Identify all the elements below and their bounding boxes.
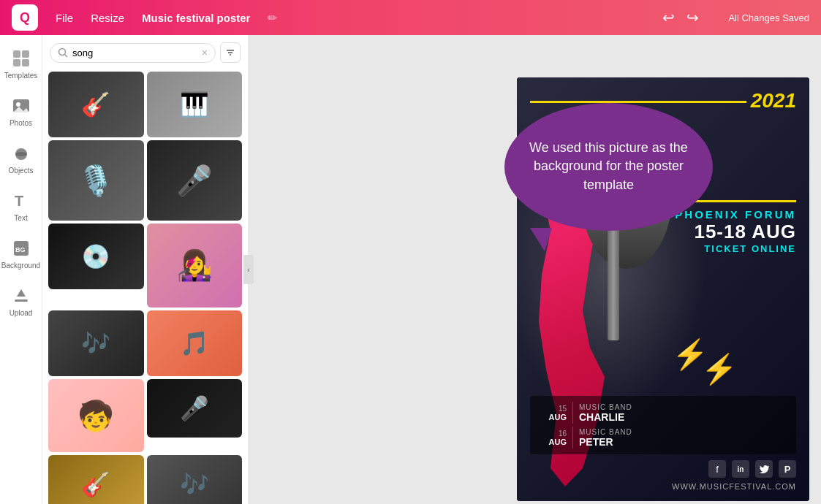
svg-rect-1 — [22, 50, 29, 58]
sidebar-item-templates[interactable]: Templates — [2, 41, 40, 85]
svg-text:BG: BG — [15, 246, 26, 253]
sidebar-item-objects[interactable]: Objects — [2, 136, 40, 180]
photo-item[interactable] — [48, 72, 144, 137]
facebook-icon[interactable]: f — [708, 460, 726, 478]
sidebar-item-text[interactable]: T Text — [2, 183, 40, 228]
twitter-icon[interactable] — [755, 460, 773, 478]
svg-point-14 — [59, 49, 66, 56]
photo-item[interactable] — [48, 140, 144, 221]
lineup-divider — [572, 427, 573, 448]
svg-text:T: T — [15, 193, 23, 209]
lineup-date-box: 15 AUG — [537, 405, 567, 421]
photo-grid: 🎶 — [42, 69, 248, 504]
photo-item[interactable] — [48, 310, 144, 376]
photos-label: Photos — [10, 119, 32, 127]
background-icon: BG — [10, 237, 33, 260]
svg-line-15 — [65, 55, 68, 58]
sidebar-item-background[interactable]: BG Background — [2, 231, 40, 275]
nav-file[interactable]: File — [56, 12, 73, 24]
objects-label: Objects — [9, 167, 34, 175]
text-label: Text — [14, 214, 27, 222]
lineup-type: MUSIC BAND — [579, 428, 632, 436]
poster-lightning: ⚡ ⚡ — [530, 337, 796, 396]
edit-title-icon[interactable]: ✏ — [268, 11, 277, 25]
nav-resize[interactable]: Resize — [91, 12, 124, 24]
upload-icon — [10, 284, 33, 308]
panel-collapse-handle[interactable]: ‹ — [243, 35, 254, 504]
background-label: Background — [1, 261, 40, 270]
lineup-day: 15 — [537, 405, 567, 413]
svg-rect-2 — [13, 59, 20, 66]
lineup-month: AUG — [537, 438, 567, 446]
collapse-btn[interactable]: ‹ — [243, 255, 254, 284]
poster-ticket: TICKET ONLINE — [530, 243, 796, 254]
doc-title[interactable]: Music festival poster — [142, 12, 250, 24]
undo-redo-group: ↩ ↪ — [662, 9, 699, 26]
clear-search-icon[interactable]: × — [202, 47, 208, 58]
objects-icon — [10, 142, 33, 165]
pinterest-icon[interactable]: P — [779, 460, 796, 478]
photo-item[interactable] — [147, 379, 243, 438]
speech-bubble: We used this picture as the background f… — [497, 97, 720, 236]
svg-marker-13 — [17, 289, 26, 297]
poster-year: 2021 — [751, 91, 796, 111]
templates-label: Templates — [4, 72, 38, 80]
photos-icon — [10, 94, 33, 118]
search-input-wrapper[interactable]: × — [50, 43, 216, 63]
bubble-shape: We used this picture as the background f… — [504, 103, 713, 231]
search-input[interactable] — [72, 47, 197, 58]
lineup-divider — [572, 402, 573, 424]
photo-item[interactable] — [48, 455, 144, 504]
bubble-text: We used this picture as the background f… — [519, 139, 698, 194]
lineup-info: MUSIC BAND PETER — [579, 428, 632, 448]
redo-button[interactable]: ↪ — [686, 9, 699, 26]
lineup-day: 16 — [537, 429, 567, 438]
sidebar-item-upload[interactable]: Upload — [2, 278, 40, 323]
photo-panel: × 🎶 — [42, 35, 249, 504]
text-icon: T — [10, 189, 33, 213]
upload-label: Upload — [10, 309, 33, 317]
linkedin-icon[interactable]: in — [732, 460, 749, 478]
poster-social: f in P — [530, 460, 796, 478]
svg-rect-0 — [13, 50, 20, 58]
photo-item[interactable]: 🎶 — [147, 455, 243, 504]
photo-item[interactable] — [147, 72, 243, 137]
photo-item[interactable] — [147, 140, 243, 221]
templates-icon — [10, 47, 33, 70]
lineup-date-box: 16 AUG — [537, 429, 567, 446]
lineup-row: 16 AUG MUSIC BAND PETER — [537, 427, 789, 448]
saved-status: All Changes Saved — [728, 12, 809, 23]
lineup-type: MUSIC BAND — [579, 403, 632, 411]
topbar: Q File Resize Music festival poster ✏ ↩ … — [0, 0, 821, 35]
svg-point-8 — [15, 152, 27, 156]
svg-point-5 — [16, 102, 20, 107]
lineup-row: 15 AUG MUSIC BAND CHARLIE — [537, 402, 789, 424]
sidebar-item-photos[interactable]: Photos — [2, 88, 40, 133]
search-icon — [58, 47, 68, 58]
photo-item[interactable] — [48, 379, 144, 452]
poster-website: WWW.MUSICFESTIVAL.COM — [530, 482, 796, 491]
lineup-name: PETER — [579, 436, 632, 448]
canvas-area: We used this picture as the background f… — [249, 35, 821, 504]
svg-rect-3 — [22, 59, 29, 66]
sidebar: Templates Photos Objects T Text — [0, 35, 42, 504]
lineup-info: MUSIC BAND CHARLIE — [579, 403, 632, 423]
lineup-name: CHARLIE — [579, 411, 632, 423]
search-bar: × — [42, 35, 248, 69]
photo-item[interactable] — [48, 224, 144, 289]
filter-button[interactable] — [220, 42, 241, 63]
lineup-month: AUG — [537, 413, 567, 421]
photo-item[interactable] — [147, 310, 243, 376]
svg-rect-12 — [15, 299, 28, 302]
undo-button[interactable]: ↩ — [662, 9, 675, 26]
poster-lineup: 15 AUG MUSIC BAND CHARLIE 16 AUG — [530, 396, 796, 454]
app-logo: Q — [12, 4, 38, 31]
filter-icon — [225, 47, 235, 58]
photo-item[interactable] — [147, 224, 243, 308]
